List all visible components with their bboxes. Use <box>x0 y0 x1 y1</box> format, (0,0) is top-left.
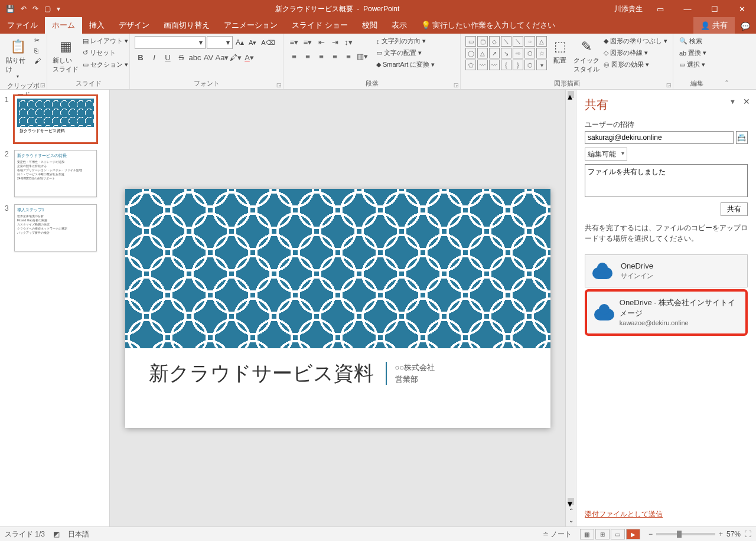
numbering-icon[interactable]: ≡▾ <box>302 36 314 48</box>
fit-window-icon[interactable]: ⛶ <box>744 530 751 538</box>
start-from-beginning-icon[interactable]: ▢ <box>44 5 51 13</box>
reading-view-icon[interactable]: ▭ <box>611 529 625 539</box>
slide-subtitle[interactable]: ○○株式会社営業部 <box>386 362 435 385</box>
highlight-icon[interactable]: 🖍▾ <box>230 51 242 63</box>
send-as-attachment-link[interactable]: 添付ファイルとして送信 <box>585 509 663 519</box>
drawing-dialog-icon[interactable]: ◲ <box>666 82 672 88</box>
font-dialog-icon[interactable]: ◲ <box>276 82 282 88</box>
minimize-button[interactable]: — <box>678 5 697 14</box>
arrange-button[interactable]: ⬚配置 <box>549 36 571 66</box>
zoom-in-icon[interactable]: + <box>719 530 723 538</box>
qat-more-icon[interactable]: ▾ <box>57 5 60 13</box>
address-book-icon[interactable]: 📇 <box>736 131 748 144</box>
paste-button[interactable]: 📋貼り付け▾ <box>5 36 31 80</box>
redo-icon[interactable]: ↷ <box>32 5 38 13</box>
zoom-level[interactable]: 57% <box>726 530 741 538</box>
sorter-view-icon[interactable]: ⊞ <box>595 529 610 539</box>
font-color-icon[interactable]: A▾ <box>243 51 255 63</box>
section-button[interactable]: ▭ セクション ▾ <box>82 60 129 70</box>
cut-icon[interactable]: ✂ <box>33 36 42 45</box>
close-button[interactable]: ✕ <box>732 5 751 14</box>
collapse-ribbon-icon[interactable]: ⌃ <box>724 79 729 87</box>
underline-icon[interactable]: U <box>162 51 174 63</box>
quick-styles-button[interactable]: ✎クイック スタイル <box>573 36 600 75</box>
strike-icon[interactable]: S <box>175 51 187 63</box>
new-slide-button[interactable]: ▦新しい スライド <box>52 36 79 75</box>
tab-design[interactable]: デザイン <box>112 17 157 34</box>
bullets-icon[interactable]: ≡▾ <box>288 36 300 48</box>
align-text-button[interactable]: ▭ 文字の配置 ▾ <box>375 48 436 58</box>
italic-icon[interactable]: I <box>148 51 160 63</box>
shape-outline-button[interactable]: ◇ 図形の枠線 ▾ <box>602 48 669 58</box>
columns-icon[interactable]: ▥▾ <box>356 50 368 62</box>
tab-view[interactable]: 表示 <box>384 17 414 34</box>
replace-button[interactable]: ab 置換 ▾ <box>678 48 708 58</box>
status-slide-number[interactable]: スライド 1/3 <box>5 529 45 539</box>
tab-animation[interactable]: アニメーション <box>217 17 285 34</box>
spacing-icon[interactable]: AV <box>203 51 214 63</box>
tab-review[interactable]: 校閲 <box>355 17 384 34</box>
text-direction-button[interactable]: ↕ 文字列の方向 ▾ <box>375 36 436 46</box>
slide-canvas[interactable]: 新クラウドサービス資料 ○○株式会社営業部 <box>110 90 565 526</box>
increase-font-icon[interactable]: A▴ <box>234 38 246 47</box>
vertical-scrollbar[interactable]: ▴ ▾ ⌃ ⌄ <box>565 90 576 526</box>
paragraph-dialog-icon[interactable]: ◲ <box>454 82 459 88</box>
smartart-button[interactable]: ◆ SmartArt に変換 ▾ <box>375 60 436 70</box>
format-painter-icon[interactable]: 🖌 <box>33 57 42 65</box>
thumb-slide-2[interactable]: 新クラウドサービスの特長 安定性・可用性・ストレージの追加企業の競争に特化する … <box>14 150 97 197</box>
shape-fill-button[interactable]: ◆ 図形の塗りつぶし ▾ <box>602 36 669 46</box>
invite-email-input[interactable] <box>585 131 734 144</box>
layout-button[interactable]: ▤ レイアウト ▾ <box>82 36 129 46</box>
clipboard-dialog-icon[interactable]: ◲ <box>40 82 45 88</box>
tab-transition[interactable]: 画面切り替え <box>157 17 217 34</box>
thumb-slide-1[interactable]: 新クラウドサービス資料 <box>14 96 97 143</box>
justify-icon[interactable]: ≡ <box>329 50 341 62</box>
tab-insert[interactable]: 挿入 <box>82 17 112 34</box>
thumb-slide-3[interactable]: 導入ステップ1 世界全体環境の分析Fit and Gap分析の実施 カスタマイズ… <box>14 204 97 251</box>
clear-format-icon[interactable]: A⌫ <box>259 39 276 47</box>
reset-button[interactable]: ↺ リセット <box>82 48 129 58</box>
shapes-gallery[interactable]: ▭▢◇＼＼○△ ◯△↗↘⇨⬡☆ ⬠〰〰{}⬡▾ <box>465 36 547 70</box>
increase-indent-icon[interactable]: ⇥ <box>329 36 341 48</box>
align-center-icon[interactable]: ≡ <box>302 50 314 62</box>
ribbon-display-icon[interactable]: ▭ <box>651 5 670 14</box>
align-right-icon[interactable]: ≡ <box>315 50 327 62</box>
decrease-font-icon[interactable]: A▾ <box>247 39 258 47</box>
location-onedrive-personal[interactable]: OneDriveサインイン <box>585 254 748 287</box>
share-button[interactable]: 👤 共有 <box>693 17 735 34</box>
save-icon[interactable]: 💾 <box>6 5 15 13</box>
status-language[interactable]: 日本語 <box>68 529 89 539</box>
share-message-input[interactable]: ファイルを共有しました <box>585 164 748 197</box>
copy-icon[interactable]: ⎘ <box>33 47 42 55</box>
font-size-combo[interactable]: ▾ <box>207 36 233 49</box>
decrease-indent-icon[interactable]: ⇤ <box>315 36 327 48</box>
location-onedrive-business[interactable]: OneDrive - 株式会社インサイトイメージkawazoe@dekiru.o… <box>585 289 748 336</box>
zoom-out-icon[interactable]: − <box>649 530 653 538</box>
line-spacing-icon[interactable]: ↕▾ <box>343 36 354 48</box>
pane-close-icon[interactable]: ✕ <box>743 97 750 106</box>
pane-menu-icon[interactable]: ▼ <box>729 98 736 105</box>
permission-select[interactable]: 編集可能 <box>585 148 627 161</box>
shape-effects-button[interactable]: ◎ 図形の効果 ▾ <box>602 60 669 70</box>
distribute-icon[interactable]: ≡ <box>343 50 354 62</box>
normal-view-icon[interactable]: ▦ <box>580 529 594 539</box>
undo-icon[interactable]: ↶ <box>21 5 27 13</box>
case-icon[interactable]: Aa▾ <box>216 51 228 63</box>
shadow-icon[interactable]: abc <box>189 51 201 63</box>
tab-file[interactable]: ファイル <box>0 17 45 34</box>
bold-icon[interactable]: B <box>135 51 146 63</box>
slideshow-view-icon[interactable]: ▶ <box>626 529 640 539</box>
maximize-button[interactable]: ☐ <box>705 5 724 14</box>
tab-home[interactable]: ホーム <box>45 17 82 34</box>
share-submit-button[interactable]: 共有 <box>721 202 748 216</box>
tab-slideshow[interactable]: スライド ショー <box>285 17 355 34</box>
comments-icon[interactable]: 💬 <box>735 19 756 34</box>
select-button[interactable]: ▭ 選択 ▾ <box>678 60 708 70</box>
notes-toggle[interactable]: ≐ ノート <box>543 529 572 539</box>
find-button[interactable]: 🔍 検索 <box>678 36 708 46</box>
spellcheck-icon[interactable]: ◩ <box>53 530 60 538</box>
tell-me[interactable]: 💡 実行したい作業を入力してください <box>414 17 563 34</box>
font-family-combo[interactable]: ▾ <box>135 36 206 49</box>
align-left-icon[interactable]: ≡ <box>288 50 300 62</box>
zoom-slider[interactable] <box>656 533 715 535</box>
